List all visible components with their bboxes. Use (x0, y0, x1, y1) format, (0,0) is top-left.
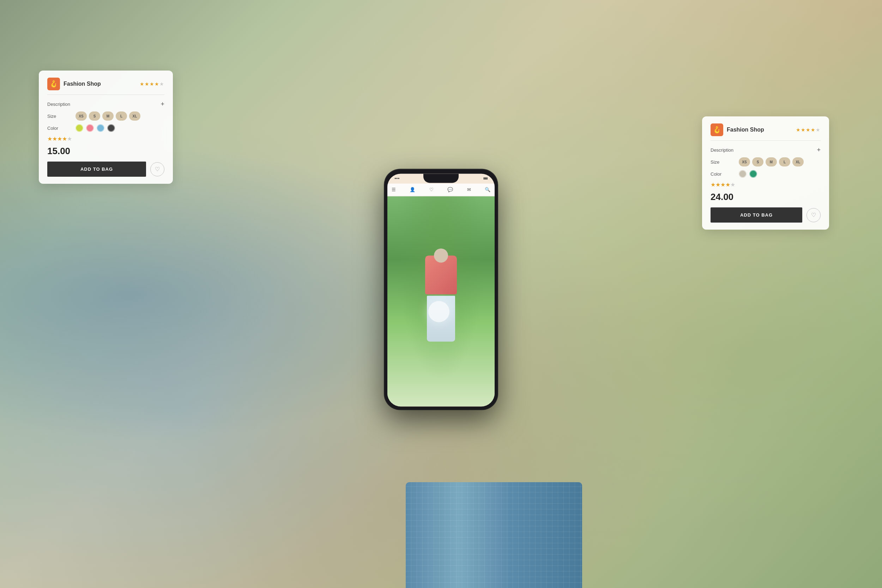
phone-battery: ▮▮▮ (483, 177, 488, 180)
phone-camera-view (387, 196, 495, 406)
heart-icon[interactable]: ♡ (429, 187, 434, 192)
phone-notch (423, 174, 459, 183)
phone: ●●● 13:30 ▮▮▮ ☰ 👤 ♡ 💬 ✉ 🔍 (384, 169, 498, 409)
description-plus-right[interactable]: + (817, 146, 820, 154)
hanger-icon-left: 🪝 (47, 78, 60, 90)
description-row-right: Description + (711, 146, 820, 154)
phone-nav-bar: ☰ 👤 ♡ 💬 ✉ 🔍 (387, 183, 495, 196)
wishlist-button-left[interactable]: ♡ (150, 162, 164, 176)
color-row-right: Color (711, 170, 820, 178)
menu-icon[interactable]: ☰ (392, 187, 396, 192)
shop-name-left: Fashion Shop (63, 81, 136, 87)
product-rating-left: ★★★★★ (47, 136, 72, 142)
size-options-right: XS S M L XL (739, 158, 804, 166)
price-right: 24.00 (711, 192, 820, 202)
search-icon[interactable]: 🔍 (485, 187, 490, 192)
wishlist-button-right[interactable]: ♡ (807, 208, 820, 222)
product-card-left: 🪝 Fashion Shop ★★★★★ Description + Size … (39, 70, 173, 184)
size-s-left[interactable]: S (89, 111, 100, 121)
color-row-left: Color (47, 124, 164, 132)
color-blue-left[interactable] (97, 124, 104, 132)
color-dark-left[interactable] (107, 124, 115, 132)
size-l-right[interactable]: L (779, 158, 790, 166)
size-label-right: Size (711, 159, 739, 165)
add-to-bag-button-left[interactable]: ADD TO BAG (47, 162, 146, 177)
hanger-icon-right: 🪝 (711, 123, 723, 136)
color-green-right[interactable] (749, 170, 757, 178)
rating-row-left: ★★★★★ (47, 135, 164, 142)
phone-screen: ●●● 13:30 ▮▮▮ ☰ 👤 ♡ 💬 ✉ 🔍 (387, 174, 495, 406)
price-left: 15.00 (47, 146, 164, 157)
color-yellow-left[interactable] (75, 124, 83, 132)
size-row-right: Size XS S M L XL (711, 158, 820, 166)
size-options-left: XS S M L XL (75, 111, 140, 121)
color-label-right: Color (711, 171, 739, 177)
size-xl-right[interactable]: XL (792, 158, 804, 166)
phone-body: ●●● 13:30 ▮▮▮ ☰ 👤 ♡ 💬 ✉ 🔍 (384, 169, 498, 409)
card-actions-left: ADD TO BAG ♡ (47, 162, 164, 177)
rating-row-right: ★★★★★ (711, 181, 820, 188)
size-label-left: Size (47, 114, 75, 119)
description-label-right: Description (711, 147, 739, 153)
size-s-right[interactable]: S (752, 158, 764, 166)
color-beige-right[interactable] (739, 170, 747, 178)
add-to-bag-button-right[interactable]: ADD TO BAG (711, 207, 802, 223)
size-m-right[interactable]: M (766, 158, 777, 166)
chat-icon[interactable]: 💬 (447, 187, 453, 192)
color-options-right (739, 170, 757, 178)
color-options-left (75, 124, 115, 132)
ar-touch-point (428, 301, 450, 322)
size-row-left: Size XS S M L XL (47, 111, 164, 121)
color-pink-left[interactable] (86, 124, 94, 132)
size-xs-right[interactable]: XS (739, 158, 750, 166)
profile-icon[interactable]: 👤 (410, 187, 415, 192)
phone-signal: ●●● (394, 177, 400, 180)
product-card-right: 🪝 Fashion Shop ★★★★★ Description + Size … (702, 116, 829, 230)
star-rating-right: ★★★★★ (796, 127, 820, 133)
card-header-left: 🪝 Fashion Shop ★★★★★ (47, 78, 164, 95)
mail-icon[interactable]: ✉ (467, 187, 471, 192)
description-row-left: Description + (47, 100, 164, 108)
shop-name-right: Fashion Shop (727, 127, 792, 133)
description-label-left: Description (47, 102, 75, 107)
color-label-left: Color (47, 126, 75, 131)
card-header-right: 🪝 Fashion Shop ★★★★★ (711, 123, 820, 141)
product-rating-right: ★★★★★ (711, 182, 735, 188)
size-l-left[interactable]: L (116, 111, 127, 121)
description-plus-left[interactable]: + (160, 100, 164, 108)
star-rating-left: ★★★★★ (140, 81, 164, 87)
card-actions-right: ADD TO BAG ♡ (711, 207, 820, 223)
size-xs-left[interactable]: XS (75, 111, 87, 121)
size-xl-left[interactable]: XL (129, 111, 140, 121)
mannequin-shirt (425, 255, 457, 294)
size-m-left[interactable]: M (102, 111, 114, 121)
